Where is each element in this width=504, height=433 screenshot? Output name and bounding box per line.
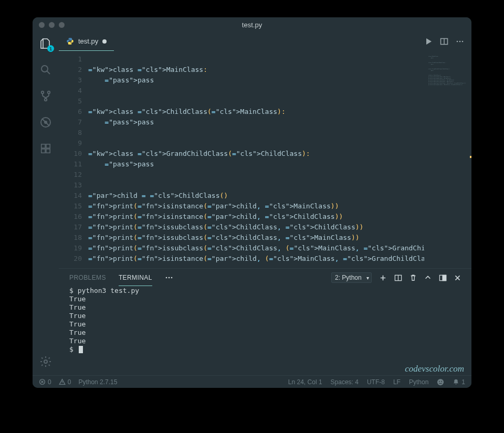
line-gutter: 1234567891011121314151617181920	[59, 51, 88, 268]
status-errors[interactable]: 0	[39, 378, 51, 386]
panel-tabs: PROBLEMS TERMINAL 2: Python	[59, 269, 471, 287]
panel-actions: 2: Python	[331, 272, 461, 283]
new-terminal-icon[interactable]	[379, 274, 387, 282]
svg-point-3	[45, 99, 47, 101]
svg-point-17	[171, 277, 172, 279]
explorer-badge: 1	[47, 45, 54, 52]
status-warnings[interactable]: 0	[59, 378, 71, 386]
svg-rect-7	[41, 149, 45, 153]
main-area: 1	[33, 32, 471, 375]
tabs-row: test.py	[59, 32, 471, 51]
titlebar: test.py	[33, 17, 471, 32]
svg-point-0	[41, 66, 48, 72]
status-eol[interactable]: LF	[393, 378, 401, 386]
watermark: codevscolor.com	[405, 364, 464, 374]
svg-point-5	[44, 121, 47, 124]
svg-point-1	[41, 91, 44, 93]
status-language[interactable]: Python	[409, 378, 428, 386]
status-notifications-icon[interactable]: 1	[453, 378, 465, 386]
settings-gear-icon[interactable]	[38, 354, 53, 369]
window-title: test.py	[33, 21, 471, 29]
more-actions-icon[interactable]	[456, 37, 464, 46]
terminal-selector[interactable]: 2: Python	[331, 272, 372, 283]
status-spaces[interactable]: Spaces: 4	[331, 378, 359, 386]
debug-icon[interactable]	[38, 115, 53, 130]
terminal-output[interactable]: $ python3 test.py True True True True Tr…	[59, 287, 471, 375]
tab-label: test.py	[78, 37, 98, 45]
explorer-icon[interactable]: 1	[38, 36, 53, 51]
extensions-icon[interactable]	[38, 141, 53, 156]
search-icon[interactable]	[38, 62, 53, 77]
svg-point-15	[165, 277, 167, 279]
svg-rect-8	[46, 149, 50, 153]
svg-point-12	[457, 41, 458, 43]
close-panel-icon[interactable]	[454, 274, 461, 281]
panel-tab-terminal[interactable]: TERMINAL	[119, 270, 152, 286]
dirty-indicator-icon	[102, 39, 107, 44]
tab-test-py[interactable]: test.py	[59, 32, 114, 51]
svg-point-13	[459, 41, 461, 43]
python-icon	[66, 37, 74, 45]
bottom-panel: PROBLEMS TERMINAL 2: Python	[59, 268, 471, 375]
svg-point-22	[437, 378, 444, 385]
svg-point-10	[44, 360, 47, 363]
svg-point-23	[439, 381, 440, 382]
maximize-panel-icon[interactable]	[439, 274, 447, 282]
svg-rect-6	[41, 144, 45, 148]
status-bar: 0 0 Python 2.7.15 Ln 24, Col 1 Spaces: 4…	[33, 375, 471, 388]
panel-tab-problems[interactable]: PROBLEMS	[69, 270, 106, 286]
source-control-icon[interactable]	[38, 89, 53, 103]
chevron-up-icon[interactable]	[424, 274, 432, 281]
editor-actions	[424, 32, 471, 51]
run-icon[interactable]	[424, 37, 433, 46]
kill-terminal-icon[interactable]	[410, 274, 417, 281]
status-line-col[interactable]: Ln 24, Col 1	[288, 378, 322, 386]
svg-point-2	[48, 91, 50, 93]
svg-rect-9	[46, 144, 50, 148]
split-editor-icon[interactable]	[440, 37, 448, 46]
svg-rect-20	[443, 275, 446, 280]
editor-window: test.py 1	[33, 17, 471, 388]
activity-bar: 1	[33, 32, 59, 375]
split-terminal-icon[interactable]	[394, 274, 402, 282]
svg-point-16	[168, 277, 170, 279]
svg-point-24	[442, 381, 443, 382]
status-feedback-icon[interactable]	[437, 378, 444, 386]
status-interpreter[interactable]: Python 2.7.15	[78, 378, 117, 386]
minimap[interactable]: class MainClass: pass class ChildClass(M…	[424, 51, 471, 268]
editor-column: test.py 1234567891011121314151617181920 …	[59, 32, 471, 375]
editor-area[interactable]: 1234567891011121314151617181920 ="kw">cl…	[59, 51, 471, 268]
panel-more-icon[interactable]	[165, 273, 173, 282]
svg-point-14	[462, 41, 464, 43]
status-encoding[interactable]: UTF-8	[367, 378, 385, 386]
code-content[interactable]: ="kw">class ="cls">MainClass: ="pass">pa…	[88, 51, 424, 268]
